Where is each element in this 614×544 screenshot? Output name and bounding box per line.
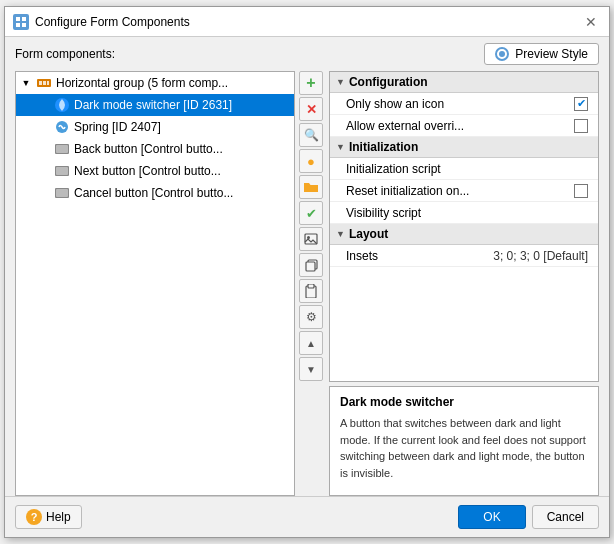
ok-button[interactable]: OK	[458, 505, 525, 529]
description-title: Dark mode switcher	[340, 395, 588, 409]
config-panel: ▼ Configuration Only show an icon ✔ Allo…	[329, 71, 599, 382]
svg-rect-13	[56, 167, 68, 175]
help-button[interactable]: ? Help	[15, 505, 82, 529]
config-row-visibility-script: Visibility script	[330, 202, 598, 224]
add-button[interactable]: +	[299, 71, 323, 95]
tree-item-dark-mode[interactable]: Dark mode switcher [ID 2631]	[16, 94, 294, 116]
only-show-icon-label: Only show an icon	[346, 97, 574, 111]
down-button[interactable]: ▼	[299, 357, 323, 381]
settings-button[interactable]: ⚙	[299, 305, 323, 329]
svg-rect-0	[16, 17, 20, 21]
paste-button[interactable]	[299, 279, 323, 303]
up-button[interactable]: ▲	[299, 331, 323, 355]
dialog-title: Configure Form Components	[35, 15, 575, 29]
right-panel: ▼ Configuration Only show an icon ✔ Allo…	[329, 71, 599, 496]
tree-item-label: Next button [Control butto...	[74, 164, 221, 178]
config-row-insets: Insets 3; 0; 3; 0 [Default]	[330, 245, 598, 267]
left-panel: ▼ Horizontal group (5 form comp...	[15, 71, 323, 496]
svg-rect-21	[308, 284, 314, 288]
visibility-script-label: Visibility script	[346, 206, 588, 220]
allow-external-checkbox[interactable]	[574, 119, 588, 133]
collapse-icon: ▼	[336, 142, 345, 152]
horizontal-icon	[36, 75, 52, 91]
control-icon	[54, 185, 70, 201]
tree-item-label: Spring [ID 2407]	[74, 120, 161, 134]
svg-rect-11	[56, 145, 68, 153]
svg-rect-15	[56, 189, 68, 197]
form-components-label: Form components:	[15, 47, 115, 61]
collapse-icon: ▼	[336, 77, 345, 87]
svg-rect-2	[16, 23, 20, 27]
expand-icon	[38, 99, 50, 111]
expand-icon: ▼	[20, 77, 32, 89]
bottom-bar: ? Help OK Cancel	[5, 496, 609, 537]
svg-rect-6	[43, 81, 46, 85]
description-panel: Dark mode switcher A button that switche…	[329, 386, 599, 496]
svg-rect-19	[306, 262, 315, 271]
insets-value: 3; 0; 3; 0 [Default]	[493, 249, 588, 263]
toolbar-row: Form components: Preview Style	[5, 37, 609, 71]
search-button[interactable]: 🔍	[299, 123, 323, 147]
config-row-only-show-icon: Only show an icon ✔	[330, 93, 598, 115]
tree-item-spring[interactable]: Spring [ID 2407]	[16, 116, 294, 138]
initialization-section-header: ▼ Initialization	[330, 137, 598, 158]
check-button[interactable]: ✔	[299, 201, 323, 225]
folder-button[interactable]	[299, 175, 323, 199]
tree-item-horizontal-group[interactable]: ▼ Horizontal group (5 form comp...	[16, 72, 294, 94]
expand-icon	[38, 143, 50, 155]
reset-init-label: Reset initialization on...	[346, 184, 574, 198]
help-label: Help	[46, 510, 71, 524]
preview-style-radio	[495, 47, 509, 61]
title-bar: Configure Form Components ✕	[5, 7, 609, 37]
close-button[interactable]: ✕	[581, 12, 601, 32]
help-icon: ?	[26, 509, 42, 525]
copy-button[interactable]	[299, 253, 323, 277]
control-icon	[54, 141, 70, 157]
collapse-icon: ▼	[336, 229, 345, 239]
expand-icon	[38, 187, 50, 199]
preview-style-label: Preview Style	[515, 47, 588, 61]
dialog-icon	[13, 14, 29, 30]
tree-item-label: Back button [Control butto...	[74, 142, 223, 156]
insets-label: Insets	[346, 249, 493, 263]
dark-mode-icon	[54, 97, 70, 113]
svg-rect-5	[39, 81, 42, 85]
config-row-reset-init: Reset initialization on...	[330, 180, 598, 202]
configuration-section-header: ▼ Configuration	[330, 72, 598, 93]
spring-icon	[54, 119, 70, 135]
remove-button[interactable]: ✕	[299, 97, 323, 121]
main-content: ▼ Horizontal group (5 form comp...	[5, 71, 609, 496]
config-row-allow-external: Allow external overri...	[330, 115, 598, 137]
color-button[interactable]: ●	[299, 149, 323, 173]
expand-icon	[38, 121, 50, 133]
tree-item-cancel-button[interactable]: Cancel button [Control butto...	[16, 182, 294, 204]
tree-item-label: Horizontal group (5 form comp...	[56, 76, 228, 90]
tree-item-next-button[interactable]: Next button [Control butto...	[16, 160, 294, 182]
layout-section-header: ▼ Layout	[330, 224, 598, 245]
tree-item-back-button[interactable]: Back button [Control butto...	[16, 138, 294, 160]
image-button[interactable]	[299, 227, 323, 251]
tree-area[interactable]: ▼ Horizontal group (5 form comp...	[15, 71, 295, 496]
reset-init-checkbox[interactable]	[574, 184, 588, 198]
description-text: A button that switches between dark and …	[340, 415, 588, 481]
layout-label: Layout	[349, 227, 388, 241]
init-script-label: Initialization script	[346, 162, 588, 176]
dialog: Configure Form Components ✕ Form compone…	[4, 6, 610, 538]
svg-point-17	[307, 236, 310, 239]
svg-rect-3	[22, 23, 26, 27]
allow-external-label: Allow external overri...	[346, 119, 574, 133]
svg-rect-1	[22, 17, 26, 21]
svg-rect-7	[47, 81, 49, 85]
control-icon	[54, 163, 70, 179]
initialization-label: Initialization	[349, 140, 418, 154]
config-row-init-script: Initialization script	[330, 158, 598, 180]
configuration-label: Configuration	[349, 75, 428, 89]
side-toolbar: + ✕ 🔍 ● ✔ ⚙ ▲ ▼	[299, 71, 323, 496]
tree-item-label: Dark mode switcher [ID 2631]	[74, 98, 232, 112]
tree-item-label: Cancel button [Control butto...	[74, 186, 233, 200]
only-show-icon-checkbox[interactable]: ✔	[574, 97, 588, 111]
cancel-button[interactable]: Cancel	[532, 505, 599, 529]
expand-icon	[38, 165, 50, 177]
preview-style-button[interactable]: Preview Style	[484, 43, 599, 65]
